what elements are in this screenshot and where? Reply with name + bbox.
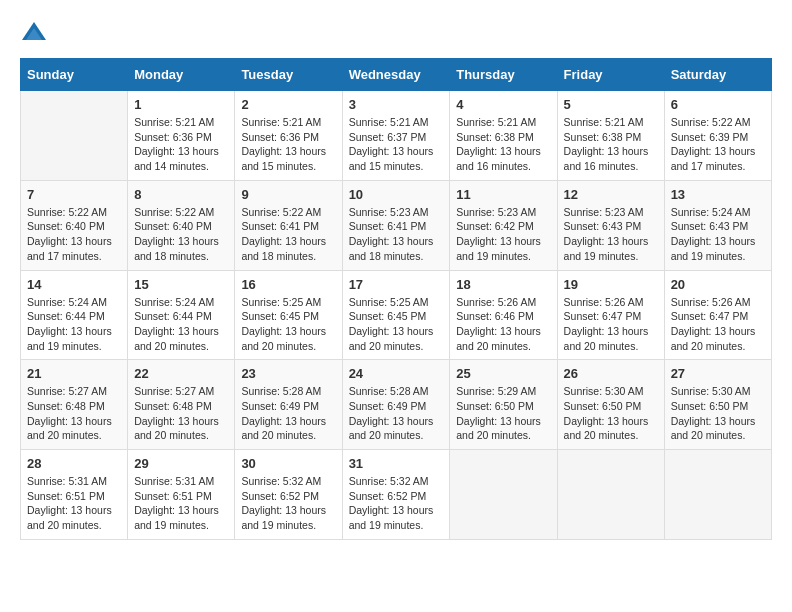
day-number: 14 <box>27 277 121 292</box>
calendar-cell: 4Sunrise: 5:21 AM Sunset: 6:38 PM Daylig… <box>450 91 557 181</box>
column-header-sunday: Sunday <box>21 59 128 91</box>
day-info: Sunrise: 5:25 AM Sunset: 6:45 PM Dayligh… <box>241 295 335 354</box>
day-number: 22 <box>134 366 228 381</box>
day-info: Sunrise: 5:28 AM Sunset: 6:49 PM Dayligh… <box>241 384 335 443</box>
column-header-monday: Monday <box>128 59 235 91</box>
logo-icon <box>20 20 48 48</box>
day-number: 28 <box>27 456 121 471</box>
calendar-cell: 22Sunrise: 5:27 AM Sunset: 6:48 PM Dayli… <box>128 360 235 450</box>
day-number: 17 <box>349 277 444 292</box>
day-info: Sunrise: 5:26 AM Sunset: 6:46 PM Dayligh… <box>456 295 550 354</box>
calendar-cell: 29Sunrise: 5:31 AM Sunset: 6:51 PM Dayli… <box>128 450 235 540</box>
calendar-cell: 25Sunrise: 5:29 AM Sunset: 6:50 PM Dayli… <box>450 360 557 450</box>
day-number: 21 <box>27 366 121 381</box>
calendar-cell: 19Sunrise: 5:26 AM Sunset: 6:47 PM Dayli… <box>557 270 664 360</box>
day-number: 20 <box>671 277 765 292</box>
day-number: 10 <box>349 187 444 202</box>
calendar-cell: 20Sunrise: 5:26 AM Sunset: 6:47 PM Dayli… <box>664 270 771 360</box>
week-row-3: 14Sunrise: 5:24 AM Sunset: 6:44 PM Dayli… <box>21 270 772 360</box>
calendar-cell <box>450 450 557 540</box>
calendar-cell: 11Sunrise: 5:23 AM Sunset: 6:42 PM Dayli… <box>450 180 557 270</box>
day-number: 8 <box>134 187 228 202</box>
column-header-tuesday: Tuesday <box>235 59 342 91</box>
calendar-cell: 14Sunrise: 5:24 AM Sunset: 6:44 PM Dayli… <box>21 270 128 360</box>
calendar-cell <box>664 450 771 540</box>
day-info: Sunrise: 5:30 AM Sunset: 6:50 PM Dayligh… <box>564 384 658 443</box>
day-info: Sunrise: 5:22 AM Sunset: 6:40 PM Dayligh… <box>27 205 121 264</box>
calendar-cell: 15Sunrise: 5:24 AM Sunset: 6:44 PM Dayli… <box>128 270 235 360</box>
day-number: 27 <box>671 366 765 381</box>
day-info: Sunrise: 5:26 AM Sunset: 6:47 PM Dayligh… <box>564 295 658 354</box>
day-number: 29 <box>134 456 228 471</box>
calendar-cell: 27Sunrise: 5:30 AM Sunset: 6:50 PM Dayli… <box>664 360 771 450</box>
calendar-table: SundayMondayTuesdayWednesdayThursdayFrid… <box>20 58 772 540</box>
day-info: Sunrise: 5:23 AM Sunset: 6:41 PM Dayligh… <box>349 205 444 264</box>
day-info: Sunrise: 5:23 AM Sunset: 6:42 PM Dayligh… <box>456 205 550 264</box>
day-number: 26 <box>564 366 658 381</box>
day-info: Sunrise: 5:31 AM Sunset: 6:51 PM Dayligh… <box>27 474 121 533</box>
week-row-2: 7Sunrise: 5:22 AM Sunset: 6:40 PM Daylig… <box>21 180 772 270</box>
day-info: Sunrise: 5:21 AM Sunset: 6:38 PM Dayligh… <box>564 115 658 174</box>
calendar-cell: 24Sunrise: 5:28 AM Sunset: 6:49 PM Dayli… <box>342 360 450 450</box>
day-number: 5 <box>564 97 658 112</box>
day-info: Sunrise: 5:32 AM Sunset: 6:52 PM Dayligh… <box>349 474 444 533</box>
day-number: 9 <box>241 187 335 202</box>
day-number: 15 <box>134 277 228 292</box>
calendar-cell: 17Sunrise: 5:25 AM Sunset: 6:45 PM Dayli… <box>342 270 450 360</box>
day-number: 18 <box>456 277 550 292</box>
calendar-body: 1Sunrise: 5:21 AM Sunset: 6:36 PM Daylig… <box>21 91 772 540</box>
day-number: 23 <box>241 366 335 381</box>
calendar-cell: 2Sunrise: 5:21 AM Sunset: 6:36 PM Daylig… <box>235 91 342 181</box>
day-info: Sunrise: 5:28 AM Sunset: 6:49 PM Dayligh… <box>349 384 444 443</box>
day-number: 13 <box>671 187 765 202</box>
day-info: Sunrise: 5:24 AM Sunset: 6:44 PM Dayligh… <box>134 295 228 354</box>
day-info: Sunrise: 5:21 AM Sunset: 6:37 PM Dayligh… <box>349 115 444 174</box>
day-info: Sunrise: 5:23 AM Sunset: 6:43 PM Dayligh… <box>564 205 658 264</box>
page-header <box>20 20 772 48</box>
day-number: 4 <box>456 97 550 112</box>
day-number: 12 <box>564 187 658 202</box>
day-info: Sunrise: 5:21 AM Sunset: 6:38 PM Dayligh… <box>456 115 550 174</box>
column-header-thursday: Thursday <box>450 59 557 91</box>
calendar-cell: 9Sunrise: 5:22 AM Sunset: 6:41 PM Daylig… <box>235 180 342 270</box>
calendar-cell <box>557 450 664 540</box>
day-info: Sunrise: 5:24 AM Sunset: 6:43 PM Dayligh… <box>671 205 765 264</box>
day-info: Sunrise: 5:30 AM Sunset: 6:50 PM Dayligh… <box>671 384 765 443</box>
calendar-cell: 5Sunrise: 5:21 AM Sunset: 6:38 PM Daylig… <box>557 91 664 181</box>
day-info: Sunrise: 5:32 AM Sunset: 6:52 PM Dayligh… <box>241 474 335 533</box>
column-header-saturday: Saturday <box>664 59 771 91</box>
day-number: 31 <box>349 456 444 471</box>
day-info: Sunrise: 5:24 AM Sunset: 6:44 PM Dayligh… <box>27 295 121 354</box>
calendar-cell <box>21 91 128 181</box>
day-info: Sunrise: 5:27 AM Sunset: 6:48 PM Dayligh… <box>134 384 228 443</box>
day-info: Sunrise: 5:31 AM Sunset: 6:51 PM Dayligh… <box>134 474 228 533</box>
calendar-cell: 3Sunrise: 5:21 AM Sunset: 6:37 PM Daylig… <box>342 91 450 181</box>
day-info: Sunrise: 5:21 AM Sunset: 6:36 PM Dayligh… <box>241 115 335 174</box>
day-number: 25 <box>456 366 550 381</box>
logo <box>20 20 52 48</box>
day-number: 19 <box>564 277 658 292</box>
day-number: 6 <box>671 97 765 112</box>
day-number: 1 <box>134 97 228 112</box>
calendar-cell: 8Sunrise: 5:22 AM Sunset: 6:40 PM Daylig… <box>128 180 235 270</box>
calendar-cell: 7Sunrise: 5:22 AM Sunset: 6:40 PM Daylig… <box>21 180 128 270</box>
column-header-friday: Friday <box>557 59 664 91</box>
calendar-cell: 6Sunrise: 5:22 AM Sunset: 6:39 PM Daylig… <box>664 91 771 181</box>
calendar-cell: 10Sunrise: 5:23 AM Sunset: 6:41 PM Dayli… <box>342 180 450 270</box>
day-info: Sunrise: 5:22 AM Sunset: 6:39 PM Dayligh… <box>671 115 765 174</box>
day-info: Sunrise: 5:29 AM Sunset: 6:50 PM Dayligh… <box>456 384 550 443</box>
day-number: 11 <box>456 187 550 202</box>
calendar-cell: 1Sunrise: 5:21 AM Sunset: 6:36 PM Daylig… <box>128 91 235 181</box>
week-row-4: 21Sunrise: 5:27 AM Sunset: 6:48 PM Dayli… <box>21 360 772 450</box>
calendar-cell: 30Sunrise: 5:32 AM Sunset: 6:52 PM Dayli… <box>235 450 342 540</box>
calendar-cell: 18Sunrise: 5:26 AM Sunset: 6:46 PM Dayli… <box>450 270 557 360</box>
day-info: Sunrise: 5:27 AM Sunset: 6:48 PM Dayligh… <box>27 384 121 443</box>
calendar-cell: 28Sunrise: 5:31 AM Sunset: 6:51 PM Dayli… <box>21 450 128 540</box>
day-info: Sunrise: 5:25 AM Sunset: 6:45 PM Dayligh… <box>349 295 444 354</box>
day-info: Sunrise: 5:26 AM Sunset: 6:47 PM Dayligh… <box>671 295 765 354</box>
calendar-cell: 23Sunrise: 5:28 AM Sunset: 6:49 PM Dayli… <box>235 360 342 450</box>
day-info: Sunrise: 5:21 AM Sunset: 6:36 PM Dayligh… <box>134 115 228 174</box>
calendar-cell: 12Sunrise: 5:23 AM Sunset: 6:43 PM Dayli… <box>557 180 664 270</box>
day-info: Sunrise: 5:22 AM Sunset: 6:40 PM Dayligh… <box>134 205 228 264</box>
calendar-cell: 26Sunrise: 5:30 AM Sunset: 6:50 PM Dayli… <box>557 360 664 450</box>
